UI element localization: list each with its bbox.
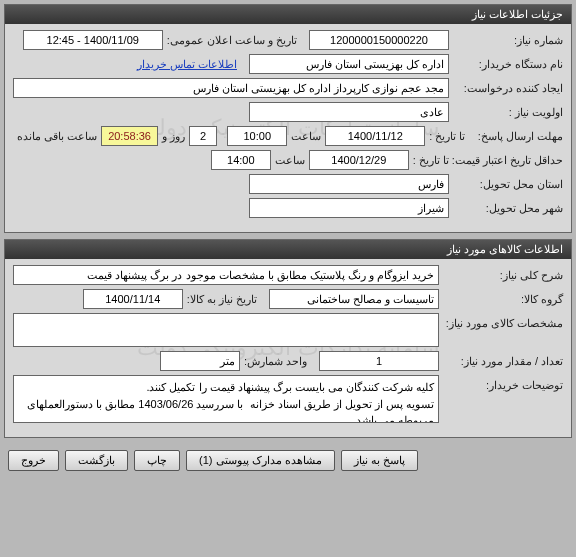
deadline-time-field[interactable]: [227, 126, 287, 146]
buyer-notes-label: توضیحات خریدار:: [443, 375, 563, 392]
exit-button[interactable]: خروج: [8, 450, 59, 471]
days-remaining-field: [189, 126, 217, 146]
to-date-label-2: تا تاریخ :: [413, 154, 449, 167]
deadline-label: مهلت ارسال پاسخ:: [469, 130, 563, 143]
buyer-notes-field[interactable]: [13, 375, 439, 423]
goods-group-label: گروه کالا:: [443, 293, 563, 306]
goods-spec-label: مشخصات کالای مورد نیاز:: [443, 313, 563, 330]
days-and-label: روز و: [162, 130, 185, 143]
time-label-1: ساعت: [291, 130, 321, 143]
remaining-label: ساعت باقی مانده: [17, 130, 97, 143]
deadline-date-field[interactable]: [325, 126, 425, 146]
goods-date-label: تاریخ نیاز به کالا:: [187, 293, 257, 306]
print-button[interactable]: چاپ: [134, 450, 180, 471]
goods-group-field[interactable]: [269, 289, 439, 309]
delivery-city-field[interactable]: [249, 198, 449, 218]
buyer-org-field[interactable]: [249, 54, 449, 74]
need-desc-label: شرح کلی نیاز:: [443, 269, 563, 282]
qty-label: تعداد / مقدار مورد نیاز:: [443, 355, 563, 368]
buyer-contact-link[interactable]: اطلاعات تماس خریدار: [137, 58, 237, 71]
delivery-province-label: استان محل تحویل:: [453, 178, 563, 191]
button-bar: پاسخ به نیاز مشاهده مدارک پیوستی (1) چاپ…: [4, 444, 572, 473]
goods-date-field[interactable]: [83, 289, 183, 309]
goods-info-panel: اطلاعات کالاهای مورد نیاز سامانه تدارکات…: [4, 239, 572, 438]
min-credit-date-field[interactable]: [309, 150, 409, 170]
public-announce-label: تاریخ و ساعت اعلان عمومی:: [167, 34, 297, 47]
goods-info-header: اطلاعات کالاهای مورد نیاز: [5, 240, 571, 259]
public-announce-field[interactable]: [23, 30, 163, 50]
countdown-field: 20:58:36: [101, 126, 158, 146]
need-number-label: شماره نیاز:: [453, 34, 563, 47]
delivery-province-field[interactable]: [249, 174, 449, 194]
requester-label: ایجاد کننده درخواست:: [453, 82, 563, 95]
to-date-label-1: تا تاریخ :: [429, 130, 465, 143]
need-number-field[interactable]: [309, 30, 449, 50]
min-credit-time-field[interactable]: [211, 150, 271, 170]
priority-field[interactable]: [249, 102, 449, 122]
qty-field[interactable]: [319, 351, 439, 371]
need-details-panel: جزئیات اطلاعات نیاز سامانه تدارکات الکتر…: [4, 4, 572, 233]
respond-button[interactable]: پاسخ به نیاز: [341, 450, 418, 471]
unit-field[interactable]: [160, 351, 240, 371]
unit-label: واحد شمارش:: [244, 355, 307, 368]
requester-field[interactable]: [13, 78, 449, 98]
need-details-header: جزئیات اطلاعات نیاز: [5, 5, 571, 24]
delivery-city-label: شهر محل تحویل:: [453, 202, 563, 215]
priority-label: اولویت نیاز :: [453, 106, 563, 119]
attachments-button[interactable]: مشاهده مدارک پیوستی (1): [186, 450, 335, 471]
time-label-2: ساعت: [275, 154, 305, 167]
need-desc-field[interactable]: [13, 265, 439, 285]
buyer-org-label: نام دستگاه خریدار:: [453, 58, 563, 71]
min-credit-label: حداقل تاریخ اعتبار قیمت:: [453, 154, 563, 167]
goods-spec-field[interactable]: [13, 313, 439, 347]
back-button[interactable]: بازگشت: [65, 450, 128, 471]
